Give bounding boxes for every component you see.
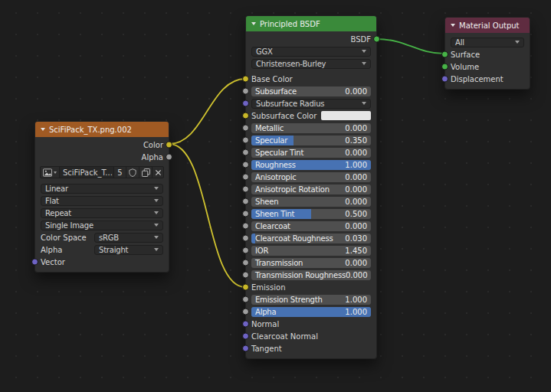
collapse-chevron-icon[interactable] — [251, 22, 256, 25]
socket-ior-input[interactable] — [242, 247, 249, 254]
node-title: Principled BSDF — [260, 20, 320, 28]
image-texture-node[interactable]: SciFiPack_TX.png.002 Color Alpha — [34, 121, 169, 273]
distribution-select[interactable]: GGX — [251, 47, 371, 57]
specular-tint-slider[interactable]: Specular Tint0.000 — [251, 148, 371, 158]
subsurface-radius-select[interactable]: Subsurface Radius — [251, 99, 371, 109]
socket-subsurface-input[interactable] — [242, 88, 249, 95]
socket-alpha-output[interactable] — [166, 154, 172, 161]
collapse-chevron-icon[interactable] — [451, 24, 455, 27]
socket-tangent-input[interactable] — [242, 345, 249, 352]
principled-row-sheen-tint: Sheen Tint0.500 — [246, 207, 376, 220]
principled-row-specular-tint: Specular Tint0.000 — [246, 146, 376, 158]
socket-alpha-input[interactable] — [242, 309, 249, 315]
transmission-roughness-slider[interactable]: Transmission Roughness0.000 — [251, 270, 371, 280]
anisotropic-slider[interactable]: Anisotropic0.000 — [251, 172, 371, 182]
clearcoat-normal-label: Clearcoat Normal — [251, 332, 318, 341]
slider-value: 1.000 — [345, 296, 371, 304]
ior-slider[interactable]: IOR1.450 — [251, 246, 371, 256]
socket-normal-input[interactable] — [242, 321, 249, 328]
fake-user-button[interactable] — [126, 166, 139, 178]
emission-strength-slider[interactable]: Emission Strength1.000 — [251, 295, 371, 305]
slider-label: Anisotropic — [251, 173, 297, 181]
socket-volume-input[interactable] — [441, 64, 448, 70]
socket-clearcoat-input[interactable] — [242, 223, 249, 230]
specular-slider[interactable]: Specular0.350 — [251, 136, 371, 145]
base-color-label: Base Color — [251, 75, 293, 83]
output-label-color: Color — [143, 141, 163, 149]
transmission-slider[interactable]: Transmission0.000 — [251, 258, 371, 268]
material-output-header[interactable]: Material Output — [445, 18, 530, 33]
socket-roughness-input[interactable] — [242, 162, 249, 168]
output-target-value: All — [451, 38, 464, 47]
slider-value: 0.000 — [345, 173, 371, 181]
image-datablock-row: SciFiPack_T... 5 — [40, 165, 164, 179]
socket-transmission-input[interactable] — [242, 260, 249, 266]
subsurface-method-value: Christensen-Burley — [252, 60, 326, 68]
source-select[interactable]: Single Image — [41, 220, 163, 230]
roughness-slider[interactable]: Roughness1.000 — [251, 160, 371, 170]
socket-emission-strength-input[interactable] — [242, 296, 249, 303]
slider-value: 1.450 — [345, 247, 371, 255]
subsurface-color-swatch[interactable] — [321, 111, 371, 120]
principled-row-emission: Emission — [246, 281, 376, 293]
collapse-chevron-icon[interactable] — [41, 128, 45, 131]
subsurface-slider[interactable]: Subsurface0.000 — [251, 87, 371, 96]
material-output-node[interactable]: Material Output All Surface Volume Displ… — [444, 17, 530, 90]
sheen-tint-slider[interactable]: Sheen Tint0.500 — [251, 209, 371, 219]
principled-row-anisotropic: Anisotropic0.000 — [246, 171, 376, 183]
principled-row-clearcoat-roughness: Clearcoat Roughness0.030 — [246, 232, 376, 244]
chevron-down-icon — [154, 248, 159, 251]
unlink-image-button[interactable] — [152, 166, 164, 178]
alpha-slider[interactable]: Alpha1.000 — [251, 307, 371, 317]
socket-anisotropic-rotation-input[interactable] — [242, 186, 249, 193]
color-space-select[interactable]: sRGB — [94, 233, 163, 243]
clearcoat-slider[interactable]: Clearcoat0.000 — [251, 221, 371, 231]
socket-vector-input[interactable] — [31, 259, 38, 266]
image-name-text: SciFiPack_T... — [63, 168, 113, 177]
node-editor-canvas[interactable]: SciFiPack_TX.png.002 Color Alpha — [0, 0, 551, 392]
socket-base-color-input[interactable] — [242, 76, 249, 83]
socket-clearcoat-normal-input[interactable] — [242, 333, 249, 340]
socket-clearcoat-roughness-input[interactable] — [242, 235, 249, 242]
subsurface-method-select[interactable]: Christensen-Burley — [251, 59, 371, 69]
anisotropic-rotation-slider[interactable]: Anisotropic Rotation0.000 — [251, 185, 371, 194]
output-target-select[interactable]: All — [451, 38, 524, 47]
browse-image-button[interactable] — [40, 166, 60, 178]
socket-transmission-roughness-input[interactable] — [242, 272, 249, 279]
extension-select[interactable]: Repeat — [41, 208, 163, 218]
users-count-button[interactable]: 5 — [113, 166, 126, 178]
socket-sheen-input[interactable] — [242, 198, 249, 205]
socket-anisotropic-input[interactable] — [242, 174, 249, 181]
copy-image-button[interactable] — [139, 166, 153, 178]
principled-row-metallic: Metallic0.000 — [246, 122, 376, 134]
socket-surface-input[interactable] — [441, 51, 448, 58]
principled-bsdf-header[interactable]: Principled BSDF — [246, 16, 376, 31]
metallic-slider[interactable]: Metallic0.000 — [251, 123, 371, 133]
socket-metallic-input[interactable] — [242, 125, 249, 132]
slider-value: 0.000 — [345, 185, 371, 194]
principled-row-clearcoat-normal: Clearcoat Normal — [246, 330, 376, 342]
socket-color-output[interactable] — [166, 142, 172, 149]
principled-bsdf-node[interactable]: Principled BSDF BSDF GGX Christensen-Bur… — [245, 15, 377, 359]
socket-subsurface-radius-input[interactable] — [242, 100, 249, 107]
image-name-field[interactable]: SciFiPack_T... — [59, 166, 114, 178]
clearcoat-roughness-slider[interactable]: Clearcoat Roughness0.030 — [251, 234, 371, 243]
projection-select[interactable]: Flat — [41, 196, 163, 206]
socket-bsdf-output[interactable] — [373, 36, 380, 43]
socket-emission-input[interactable] — [242, 284, 249, 291]
image-texture-header[interactable]: SciFiPack_TX.png.002 — [35, 122, 169, 137]
socket-sheen-tint-input[interactable] — [242, 211, 249, 217]
sheen-slider[interactable]: Sheen0.000 — [251, 197, 371, 207]
principled-row-alpha: Alpha1.000 — [246, 305, 376, 318]
alpha-mode-label: Alpha — [41, 246, 62, 254]
interpolation-select[interactable]: Linear — [41, 184, 163, 194]
slider-label: Emission Strength — [251, 296, 323, 304]
chevron-down-icon — [362, 62, 366, 65]
socket-displacement-input[interactable] — [441, 76, 448, 83]
chevron-down-icon — [154, 211, 159, 214]
socket-specular-tint-input[interactable] — [242, 149, 249, 156]
slider-label: Metallic — [251, 124, 284, 132]
alpha-mode-select[interactable]: Straight — [94, 245, 163, 255]
socket-subsurface-color-input[interactable] — [242, 113, 249, 119]
socket-specular-input[interactable] — [242, 137, 249, 144]
